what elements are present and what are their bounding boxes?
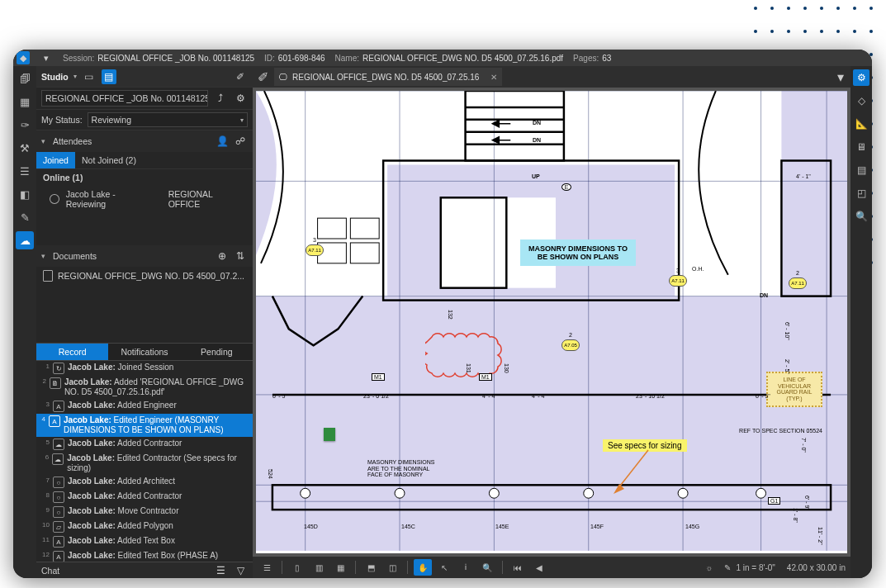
bookmarks-icon[interactable]: ✑ xyxy=(16,116,34,134)
session-name-field[interactable]: REGIONAL OFFICE _JOB No. 001148125 - 601… xyxy=(41,90,208,107)
person-icon xyxy=(50,194,59,204)
file-access-icon[interactable]: 🗐 xyxy=(16,69,34,88)
brightness-icon[interactable]: ☼ xyxy=(705,563,713,572)
record-item[interactable]: 3 A Jacob Lake: Added Engineer xyxy=(36,399,253,414)
dim-text: 2' - 5" xyxy=(784,359,790,374)
studio-icon[interactable]: ☁ xyxy=(16,231,34,249)
sets-icon[interactable]: ▤ xyxy=(853,162,869,178)
links-icon[interactable]: 🖥 xyxy=(853,139,869,155)
masonry-note[interactable]: MASONRY DIMENSIONS TO BE SHOWN ON PLANS xyxy=(520,239,636,266)
thumbnails-icon[interactable]: ▦ xyxy=(16,92,34,111)
detail-callout[interactable]: 3A7.11 xyxy=(669,275,687,287)
drawing-canvas[interactable]: MASONRY DIMENSIONS TO BE SHOWN ON PLANS … xyxy=(256,91,847,553)
not-joined-tab[interactable]: Not Joined (2) xyxy=(75,152,143,168)
record-item[interactable]: 1 ↻ Jacob Lake: Joined Session xyxy=(36,361,253,376)
up-label: UP xyxy=(532,173,540,179)
split-v-icon[interactable]: ◫ xyxy=(383,559,401,576)
sessions-icon[interactable]: ▤ xyxy=(102,69,116,84)
select-text-icon[interactable]: Ꭵ xyxy=(457,559,475,576)
follow-icon[interactable]: ☍ xyxy=(233,134,248,149)
side-by-side-icon[interactable]: ▦ xyxy=(331,559,349,576)
projects-icon[interactable]: ▭ xyxy=(82,69,97,84)
tab-chevron-icon[interactable]: ▾ xyxy=(831,69,850,85)
add-doc-icon[interactable]: ⊕ xyxy=(215,249,230,263)
eyedropper-icon[interactable]: ✐ xyxy=(233,69,248,84)
pending-tab[interactable]: Pending xyxy=(181,344,253,360)
leave-session-icon[interactable]: ⤴ xyxy=(213,91,228,106)
session-settings-icon[interactable]: ⚙ xyxy=(233,91,248,106)
select-icon[interactable]: ↖ xyxy=(435,559,453,576)
invite-icon[interactable]: 👤 xyxy=(215,134,230,149)
record-type-icon: A xyxy=(53,551,64,562)
properties-icon[interactable]: ☰ xyxy=(16,162,34,180)
svg-rect-39 xyxy=(318,218,347,239)
filter-icon[interactable]: ▽ xyxy=(233,563,248,578)
record-item[interactable]: 7 ○ Jacob Lake: Added Architect xyxy=(36,475,253,490)
revision-cloud[interactable] xyxy=(425,329,504,383)
scale-icon[interactable]: ✎ xyxy=(724,563,731,572)
dn-label: DN xyxy=(533,137,541,143)
tabstrip-eyedropper-icon[interactable]: ✐ xyxy=(253,69,272,85)
sort-docs-icon[interactable]: ⇅ xyxy=(233,249,248,263)
forms-icon[interactable]: ◇ xyxy=(853,92,869,109)
record-item[interactable]: 4 A Jacob Lake: Edited Engineer (MASONRY… xyxy=(36,414,253,437)
studio-settings-icon[interactable]: ⚙ xyxy=(853,69,869,86)
first-page-icon[interactable]: ⏮ xyxy=(509,559,527,576)
record-item[interactable]: 6 ☁ Jacob Lake: Edited Contractor (See s… xyxy=(36,452,253,475)
attendee-row[interactable]: Jacob Lake - Reviewing REGIONAL OFFICE xyxy=(36,186,253,212)
dim-text: 6' - 5" xyxy=(272,393,287,399)
document-tab[interactable]: 🖵 REGIONAL OFFICE_DWG NO. D5 4500_07.25.… xyxy=(274,68,502,86)
zoom-icon[interactable]: 🔍 xyxy=(478,559,496,576)
list-icon[interactable]: ☰ xyxy=(213,563,228,578)
detail-callout[interactable]: 3A7.11 xyxy=(306,244,324,256)
studio-dropdown-icon[interactable]: ▾ xyxy=(73,73,77,80)
record-item[interactable]: 11 A Jacob Lake: Added Text Box xyxy=(36,534,253,549)
attendees-header[interactable]: ▾ Attendees 👤 ☍ xyxy=(36,130,253,152)
record-tab[interactable]: Record xyxy=(36,344,108,360)
studio-title: Studio xyxy=(41,72,69,82)
detail-callout[interactable]: 2A7.11 xyxy=(789,277,807,289)
detail-callout[interactable]: 2A7.05 xyxy=(561,339,580,351)
my-status-label: My Status: xyxy=(41,115,83,125)
layers-icon[interactable]: ◧ xyxy=(16,185,34,203)
record-item[interactable]: 5 ☁ Jacob Lake: Added Contractor xyxy=(36,437,253,452)
split-h-icon[interactable]: ⬒ xyxy=(362,559,380,576)
documents-header[interactable]: ▾ Documents ⊕ ⇅ xyxy=(36,245,253,267)
tool-chest-icon[interactable]: ⚒ xyxy=(16,139,34,157)
svg-point-36 xyxy=(584,488,594,498)
masonry-face-text: MASONRY DIMENSIONS ARE TO THE NOMINAL FA… xyxy=(367,459,434,478)
record-item[interactable]: 8 ○ Jacob Lake: Added Contractor xyxy=(36,490,253,505)
record-list[interactable]: 1 ↻ Jacob Lake: Joined Session2 🗎 Jacob … xyxy=(36,361,253,562)
revu-logo-icon[interactable]: ◆ xyxy=(17,51,30,64)
record-number: 9 xyxy=(40,506,50,514)
close-tab-icon[interactable]: ✕ xyxy=(490,73,497,82)
callout-arrow[interactable] xyxy=(611,446,652,496)
ref-note: REF TO SPEC SECTION 05524 xyxy=(739,428,822,434)
my-status-select[interactable]: Reviewing ▾ xyxy=(88,112,248,127)
record-item[interactable]: 9 ○ Jacob Lake: Move Contractor xyxy=(36,505,253,519)
chat-bar[interactable]: Chat ☰ ▽ xyxy=(36,562,253,578)
measure-icon[interactable]: 📐 xyxy=(853,116,869,132)
guard-rail-note[interactable]: LINE OF VEHICULAR GUARD RAIL (TYP.) xyxy=(766,372,822,407)
single-page-icon[interactable]: ▯ xyxy=(288,559,306,576)
prev-page-icon[interactable]: ◀ xyxy=(530,559,548,576)
titlebar-dropdown-icon[interactable]: ▾ xyxy=(40,51,53,64)
notifications-tab[interactable]: Notifications xyxy=(108,344,180,360)
record-item[interactable]: 10 ▱ Jacob Lake: Added Polygon xyxy=(36,519,253,534)
continuous-icon[interactable]: ▥ xyxy=(310,559,328,576)
record-item[interactable]: 12 A Jacob Lake: Edited Text Box (PHASE … xyxy=(36,549,253,562)
spaces-icon[interactable]: ◰ xyxy=(853,185,869,202)
dim-text: 4' - 4" xyxy=(532,393,547,399)
document-row[interactable]: REGIONAL OFFICE_DWG NO. D5 4500_07.2... xyxy=(36,267,253,285)
search-icon[interactable]: 🔍 xyxy=(853,208,869,225)
record-item[interactable]: 2 🗎 Jacob Lake: Added 'REGIONAL OFFICE _… xyxy=(36,376,253,399)
green-sticky-note[interactable] xyxy=(324,428,335,441)
session-chip: Session: REGIONAL OFFICE _JOB No. 001148… xyxy=(63,54,254,63)
room-tag: 131 xyxy=(466,363,471,373)
signatures-icon[interactable]: ✎ xyxy=(16,208,34,226)
markups-list-icon[interactable]: ☰ xyxy=(258,559,276,576)
attendee-doc: REGIONAL OFFICE xyxy=(168,189,244,209)
joined-tab[interactable]: Joined xyxy=(36,152,75,168)
pan-icon[interactable]: ✋ xyxy=(414,559,432,576)
record-type-icon: 🗎 xyxy=(50,377,61,389)
